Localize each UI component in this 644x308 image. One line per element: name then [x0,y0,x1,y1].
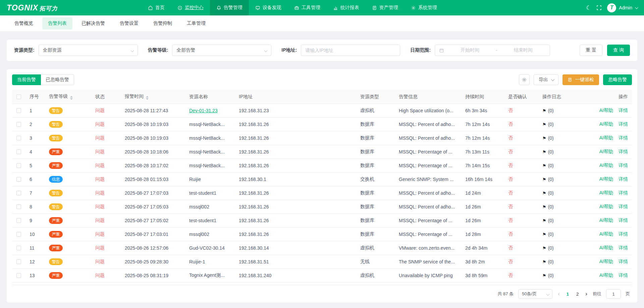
subtab-alert-settings[interactable]: 告警设置 [114,17,144,29]
operation-log[interactable]: ⚑(0) [538,232,589,237]
ai-help-link[interactable]: AI帮助 [599,135,613,141]
row-checkbox[interactable] [16,218,21,223]
prev-page-button[interactable]: ‹ [557,291,560,297]
resource-name-link[interactable]: mssql-NetBack... [189,122,225,127]
detail-link[interactable]: 详情 [619,121,628,127]
detail-link[interactable]: 详情 [619,149,628,155]
detail-link[interactable]: 详情 [619,204,628,210]
column-settings-button[interactable] [519,74,530,85]
nav-item-device-discovery[interactable]: 设备发现 [249,0,288,15]
nav-item-alert-management[interactable]: 告警管理 [210,0,249,15]
ai-help-link[interactable]: AI帮助 [599,163,613,169]
detail-link[interactable]: 详情 [619,259,628,265]
row-checkbox[interactable] [16,149,21,154]
row-checkbox[interactable] [16,163,21,168]
detail-link[interactable]: 详情 [619,218,628,224]
nav-item-asset-management[interactable]: 资产管理 [366,0,405,15]
fullscreen-icon[interactable] [596,5,602,10]
row-checkbox[interactable] [16,273,21,278]
resource-name-link[interactable]: mssql002 [189,204,209,209]
tab-current-alerts[interactable]: 当前告警 [12,74,41,85]
detail-link[interactable]: 详情 [619,163,628,169]
row-checkbox[interactable] [16,232,21,237]
page-size-select[interactable]: 50条/页 [518,289,552,299]
ai-help-link[interactable]: AI帮助 [599,259,613,265]
tab-ignored-alerts[interactable]: 已忽略告警 [41,74,74,85]
operation-log[interactable]: ⚑(0) [538,177,589,182]
detail-link[interactable]: 详情 [619,245,628,251]
operation-log[interactable]: ⚑(0) [538,108,589,113]
goto-page-input[interactable] [606,289,621,299]
operation-log[interactable]: ⚑(0) [538,149,589,155]
ai-help-link[interactable]: AI帮助 [599,121,613,127]
row-checkbox[interactable] [16,177,21,182]
ai-help-link[interactable]: AI帮助 [599,231,613,237]
header-alert-time[interactable]: 报警时间 [121,94,185,100]
nav-item-statistics-report[interactable]: 统计报表 [327,0,366,15]
row-checkbox[interactable] [16,191,21,195]
subtab-alert-list[interactable]: 告警列表 [42,17,72,29]
detail-link[interactable]: 详情 [619,108,628,114]
resource-name-link[interactable]: mssql002 [189,232,209,237]
ignore-alert-button[interactable]: 忽略告警 [603,74,632,85]
operation-log[interactable]: ⚑(0) [538,259,589,264]
row-checkbox[interactable] [16,108,21,113]
ai-help-link[interactable]: AI帮助 [599,272,613,279]
resource-name-link[interactable]: mssql-NetBack... [189,135,225,141]
operation-log[interactable]: ⚑(0) [538,273,589,278]
ai-help-link[interactable]: AI帮助 [599,108,613,114]
row-checkbox[interactable] [16,204,21,209]
detail-link[interactable]: 详情 [619,231,628,237]
row-checkbox[interactable] [16,246,21,250]
resource-name-link[interactable]: Tognix Agent测... [189,272,225,278]
resource-name-link[interactable]: mssql-NetBack... [189,149,225,155]
resource-name-link[interactable]: Ruijie-1 [189,259,205,264]
row-checkbox[interactable] [16,259,21,264]
resource-name-link[interactable]: Ruijie [189,177,201,182]
header-alert-level[interactable]: 告警等级 [45,94,91,100]
ai-help-link[interactable]: AI帮助 [599,218,613,224]
user-menu[interactable]: T Admin [607,3,637,12]
page-number-2[interactable]: 2 [575,292,580,297]
sort-icon[interactable] [146,96,149,100]
nav-item-system-management[interactable]: 系统管理 [405,0,443,15]
row-checkbox[interactable] [16,122,21,127]
nav-item-monitor-center[interactable]: 监控中心 [171,0,210,15]
nav-item-tool-management[interactable]: 工具管理 [288,0,327,15]
detail-link[interactable]: 详情 [619,135,628,141]
resource-name-link[interactable]: test-student1 [189,218,216,223]
subtab-resolved-alerts[interactable]: 已解决告警 [76,17,111,29]
export-button[interactable]: 导出 [534,74,558,85]
ip-address-input[interactable] [301,45,400,56]
reset-button[interactable]: 重 置 [580,45,602,56]
ai-help-link[interactable]: AI帮助 [599,190,613,196]
resource-name-link[interactable]: Dev-01-31.23 [189,108,218,113]
operation-log[interactable]: ⚑(0) [538,245,589,251]
resource-type-select[interactable]: 全部资源 [39,45,138,56]
operation-log[interactable]: ⚑(0) [538,122,589,127]
operation-log[interactable]: ⚑(0) [538,135,589,141]
resource-name-link[interactable]: Gud-VC02-30.14 [189,245,225,251]
page-number-1[interactable]: 1 [565,292,570,297]
ai-help-link[interactable]: AI帮助 [599,149,613,155]
row-checkbox[interactable] [16,136,21,140]
resource-name-link[interactable]: test-student1 [189,190,216,196]
ai-help-link[interactable]: AI帮助 [599,176,613,182]
subtab-ticket-management[interactable]: 工单管理 [181,17,211,29]
operation-log[interactable]: ⚑(0) [538,190,589,196]
dark-mode-icon[interactable]: ☾ [586,5,591,11]
operation-log[interactable]: ⚑(0) [538,204,589,209]
sort-icon[interactable] [70,96,73,100]
ai-help-link[interactable]: AI帮助 [599,204,613,210]
select-all-checkbox[interactable] [16,95,21,99]
detail-link[interactable]: 详情 [619,272,628,279]
ai-help-link[interactable]: AI帮助 [599,245,613,251]
resource-name-link[interactable]: mssql-NetBack... [189,163,225,168]
nav-item-home[interactable]: 首页 [142,0,171,15]
subtab-alert-suppression[interactable]: 告警抑制 [148,17,178,29]
detail-link[interactable]: 详情 [619,176,628,182]
query-button[interactable]: 查 询 [607,45,630,56]
alert-level-select[interactable]: 全部告警 [172,45,271,56]
next-page-button[interactable]: › [585,291,588,297]
date-range-picker[interactable]: 开始时间 - 结束时间 [435,45,550,56]
